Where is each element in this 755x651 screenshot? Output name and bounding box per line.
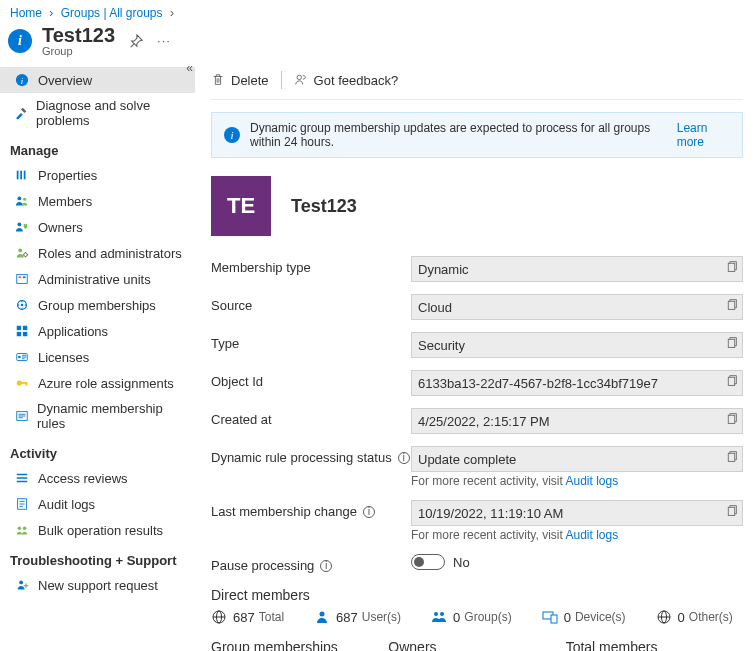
- svg-point-27: [23, 527, 27, 531]
- svg-rect-33: [728, 301, 735, 309]
- svg-point-6: [23, 198, 26, 201]
- sidebar-item-members[interactable]: Members: [0, 188, 195, 214]
- sidebar-item-label: Owners: [38, 220, 83, 235]
- group-avatar: TE: [211, 176, 271, 236]
- copy-icon[interactable]: [725, 450, 738, 463]
- copy-icon[interactable]: [725, 336, 738, 349]
- key-icon: [14, 375, 30, 391]
- sidebar-item-roles[interactable]: Roles and administrators: [0, 240, 195, 266]
- stat-devices[interactable]: 0 Device(s): [542, 609, 626, 625]
- sidebar-item-owners[interactable]: Owners: [0, 214, 195, 240]
- sidebar-item-bulk-results[interactable]: Bulk operation results: [0, 517, 195, 543]
- bulk-icon: [14, 522, 30, 538]
- direct-members-stats: 687 Total 687 User(s) 0 Group(s) 0 Devic…: [211, 609, 743, 625]
- group-name: Test123: [291, 196, 357, 217]
- copy-icon[interactable]: [725, 260, 738, 273]
- sidebar-item-properties[interactable]: Properties: [0, 162, 195, 188]
- group-icon: [431, 609, 447, 625]
- svg-point-20: [18, 356, 21, 359]
- pin-icon[interactable]: [129, 34, 143, 48]
- admin-units-icon: [14, 271, 30, 287]
- prop-pause-processing: Pause processing i No: [211, 554, 743, 573]
- properties-icon: [14, 167, 30, 183]
- svg-rect-16: [23, 326, 27, 330]
- prop-value-field: 4/25/2022, 2:15:17 PM: [411, 408, 743, 434]
- people-icon: [14, 193, 30, 209]
- svg-rect-11: [19, 276, 22, 278]
- copy-icon[interactable]: [725, 412, 738, 425]
- info-hint-icon[interactable]: i: [320, 560, 332, 572]
- apps-icon: [14, 323, 30, 339]
- prop-label: Source: [211, 294, 411, 313]
- info-hint-icon[interactable]: i: [363, 506, 375, 518]
- sidebar-item-azure-role[interactable]: Azure role assignments: [0, 370, 195, 396]
- sidebar-item-applications[interactable]: Applications: [0, 318, 195, 344]
- svg-point-7: [17, 222, 21, 226]
- sidebar: « i Overview Diagnose and solve problems…: [0, 61, 195, 651]
- page-title: Test123: [42, 24, 115, 47]
- prop-value: Cloud: [418, 300, 452, 315]
- svg-point-5: [17, 196, 21, 200]
- audit-icon: [14, 496, 30, 512]
- svg-point-31: [297, 75, 301, 79]
- pause-processing-toggle[interactable]: [411, 554, 445, 570]
- svg-rect-23: [26, 382, 28, 386]
- sidebar-item-group-memberships[interactable]: Group memberships: [0, 292, 195, 318]
- breadcrumb-sep: ›: [49, 6, 53, 20]
- svg-rect-35: [728, 377, 735, 385]
- svg-rect-10: [17, 275, 28, 284]
- prop-label: Last membership change i: [211, 500, 411, 519]
- audit-logs-link[interactable]: Audit logs: [565, 474, 618, 488]
- info-hint-icon[interactable]: i: [398, 452, 410, 464]
- trash-icon: [211, 73, 225, 87]
- breadcrumb-home[interactable]: Home: [10, 6, 42, 20]
- prop-value: Security: [418, 338, 465, 353]
- prop-value-field: Dynamic: [411, 256, 743, 282]
- feedback-button[interactable]: Got feedback?: [294, 73, 399, 88]
- sidebar-item-label: Diagnose and solve problems: [36, 98, 185, 128]
- svg-rect-37: [728, 453, 735, 461]
- sidebar-item-diagnose[interactable]: Diagnose and solve problems: [0, 93, 195, 133]
- prop-created-at: Created at 4/25/2022, 2:15:17 PM: [211, 408, 743, 434]
- copy-icon[interactable]: [725, 374, 738, 387]
- dynamic-rules-icon: [14, 408, 29, 424]
- licenses-icon: [14, 349, 30, 365]
- sidebar-item-dynamic-rules[interactable]: Dynamic membership rules: [0, 396, 195, 436]
- delete-button[interactable]: Delete: [211, 73, 269, 88]
- toggle-value: No: [453, 555, 470, 570]
- prop-value-field: 6133ba13-22d7-4567-b2f8-1cc34bf719e7: [411, 370, 743, 396]
- breadcrumb-groups[interactable]: Groups | All groups: [61, 6, 163, 20]
- sidebar-item-access-reviews[interactable]: Access reviews: [0, 465, 195, 491]
- stat-groups[interactable]: 0 Group(s): [431, 609, 512, 625]
- more-icon[interactable]: ···: [157, 33, 171, 48]
- owners-icon: [14, 219, 30, 235]
- prop-label: Dynamic rule processing status i: [211, 446, 411, 465]
- sidebar-item-label: Applications: [38, 324, 108, 339]
- bottom-stats: Group memberships 0 Owners 0 Total membe…: [211, 639, 743, 651]
- audit-logs-link[interactable]: Audit logs: [565, 528, 618, 542]
- prop-value-field: Security: [411, 332, 743, 358]
- collapse-sidebar-icon[interactable]: «: [186, 61, 193, 75]
- sidebar-item-admin-units[interactable]: Administrative units: [0, 266, 195, 292]
- group-memberships-icon: [14, 297, 30, 313]
- stat-label: Total: [259, 610, 284, 624]
- copy-icon[interactable]: [725, 298, 738, 311]
- stat-others[interactable]: 0 Other(s): [656, 609, 733, 625]
- sidebar-item-audit-logs[interactable]: Audit logs: [0, 491, 195, 517]
- separator: [211, 99, 743, 100]
- prop-value-field: 10/19/2022, 11:19:10 AM: [411, 500, 743, 526]
- copy-icon[interactable]: [725, 504, 738, 517]
- sidebar-item-new-support[interactable]: New support request: [0, 572, 195, 598]
- svg-rect-15: [17, 326, 21, 330]
- svg-rect-18: [23, 332, 27, 336]
- device-icon: [542, 609, 558, 625]
- svg-point-28: [19, 580, 23, 584]
- sidebar-item-overview[interactable]: i Overview: [0, 67, 195, 93]
- sidebar-item-label: New support request: [38, 578, 158, 593]
- sidebar-item-licenses[interactable]: Licenses: [0, 344, 195, 370]
- stat-users[interactable]: 687 User(s): [314, 609, 401, 625]
- svg-point-41: [320, 612, 325, 617]
- sidebar-section-troubleshooting: Troubleshooting + Support: [0, 543, 195, 572]
- banner-learn-more-link[interactable]: Learn more: [677, 121, 730, 149]
- stat-total[interactable]: 687 Total: [211, 609, 284, 625]
